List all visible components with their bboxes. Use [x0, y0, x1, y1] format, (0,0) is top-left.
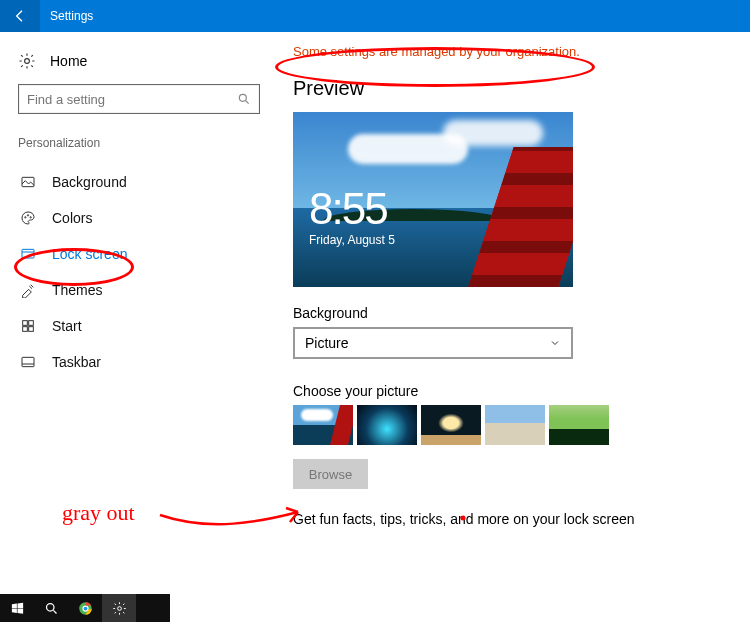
- themes-icon: [20, 282, 36, 298]
- sidebar-item-lock-screen[interactable]: Lock screen: [18, 236, 255, 272]
- titlebar: Settings: [0, 0, 750, 32]
- background-label: Background: [293, 305, 730, 321]
- gear-icon: [112, 601, 127, 616]
- windows-icon: [10, 601, 25, 616]
- home-button[interactable]: Home: [18, 46, 255, 84]
- picture-thumb[interactable]: [549, 405, 609, 445]
- search-button[interactable]: [34, 594, 68, 622]
- svg-rect-6: [22, 249, 34, 258]
- content-area: Some settings are managed by your organi…: [265, 32, 750, 594]
- svg-point-15: [83, 606, 87, 610]
- category-header: Personalization: [18, 136, 255, 150]
- start-button[interactable]: [0, 594, 34, 622]
- picture-thumb[interactable]: [485, 405, 545, 445]
- chevron-down-icon: [549, 337, 561, 349]
- svg-point-1: [239, 94, 246, 101]
- lock-screen-icon: [20, 246, 36, 262]
- preview-clock: 8:55 Friday, August 5: [309, 187, 395, 247]
- sidebar-item-themes[interactable]: Themes: [18, 272, 255, 308]
- svg-point-16: [117, 606, 121, 610]
- chrome-icon: [78, 601, 93, 616]
- choose-picture-label: Choose your picture: [293, 383, 730, 399]
- palette-icon: [20, 210, 36, 226]
- svg-point-4: [27, 215, 28, 216]
- picture-icon: [20, 174, 36, 190]
- fun-facts-label: Get fun facts, tips, tricks, and more on…: [293, 511, 730, 527]
- picture-thumbnails: [293, 405, 730, 445]
- browse-button: Browse: [293, 459, 368, 489]
- svg-rect-9: [23, 327, 28, 332]
- windows-taskbar: [0, 594, 170, 622]
- preview-time: 8:55: [309, 187, 395, 231]
- home-label: Home: [50, 53, 87, 69]
- start-icon: [20, 318, 36, 334]
- sidebar-item-start[interactable]: Start: [18, 308, 255, 344]
- sidebar-item-label: Lock screen: [52, 246, 127, 262]
- gear-icon: [18, 52, 36, 70]
- picture-thumb[interactable]: [357, 405, 417, 445]
- sidebar-item-label: Start: [52, 318, 82, 334]
- svg-rect-8: [29, 321, 34, 326]
- background-dropdown[interactable]: Picture: [293, 327, 573, 359]
- picture-thumb[interactable]: [421, 405, 481, 445]
- preview-image: 8:55 Friday, August 5: [293, 112, 573, 287]
- svg-rect-7: [23, 321, 28, 326]
- preview-heading: Preview: [293, 77, 730, 100]
- picture-thumb[interactable]: [293, 405, 353, 445]
- org-managed-message: Some settings are managed by your organi…: [293, 44, 730, 59]
- settings-button[interactable]: [102, 594, 136, 622]
- svg-point-3: [25, 217, 26, 218]
- sidebar-item-taskbar[interactable]: Taskbar: [18, 344, 255, 380]
- svg-rect-10: [29, 327, 34, 332]
- search-input[interactable]: [18, 84, 260, 114]
- search-icon: [237, 92, 251, 106]
- taskbar-icon: [20, 354, 36, 370]
- app-title: Settings: [40, 9, 93, 23]
- sidebar-item-label: Themes: [52, 282, 103, 298]
- sidebar-item-label: Colors: [52, 210, 92, 226]
- svg-point-5: [30, 217, 31, 218]
- sidebar-item-label: Taskbar: [52, 354, 101, 370]
- svg-rect-11: [22, 357, 34, 366]
- sidebar-item-label: Background: [52, 174, 127, 190]
- search-icon: [44, 601, 59, 616]
- svg-point-0: [25, 59, 30, 64]
- dropdown-value: Picture: [305, 335, 349, 351]
- sidebar-item-colors[interactable]: Colors: [18, 200, 255, 236]
- preview-date: Friday, August 5: [309, 233, 395, 247]
- back-button[interactable]: [0, 0, 40, 32]
- sidebar: Home Personalization Background Colors L…: [0, 32, 265, 594]
- chrome-button[interactable]: [68, 594, 102, 622]
- svg-point-12: [46, 603, 54, 611]
- sidebar-item-background[interactable]: Background: [18, 164, 255, 200]
- search-field[interactable]: [27, 92, 237, 107]
